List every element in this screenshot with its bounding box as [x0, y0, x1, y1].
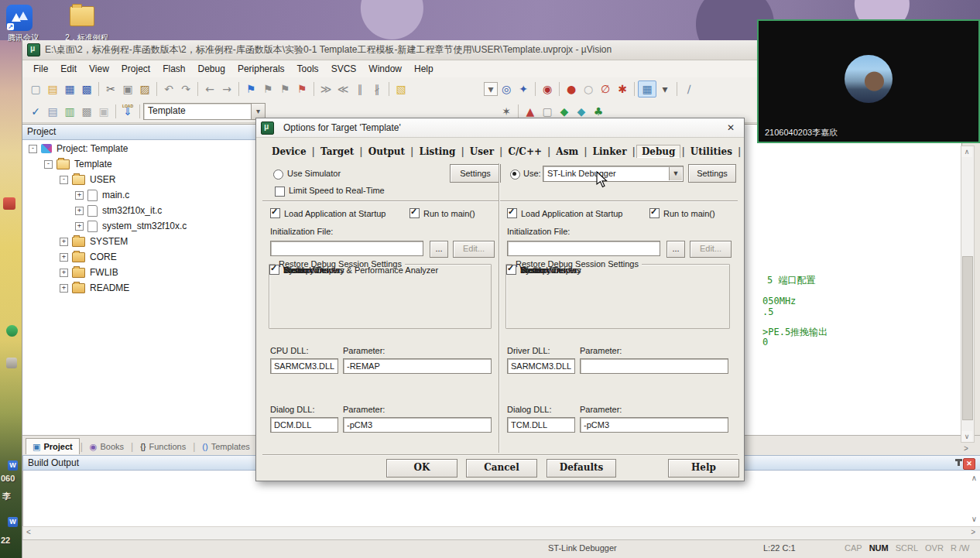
scroll-up-icon[interactable]: ∧ — [961, 146, 972, 157]
parameter-input[interactable] — [580, 358, 728, 374]
collapse-icon[interactable]: - — [60, 176, 68, 184]
dll-input[interactable] — [270, 358, 338, 374]
menu-debug[interactable]: Debug — [192, 62, 231, 76]
tab-books[interactable]: ◉Books — [84, 439, 130, 454]
menu-project[interactable]: Project — [115, 62, 156, 76]
expand-icon[interactable]: + — [75, 191, 84, 200]
dialog-tab-utilities[interactable]: Utilities — [686, 145, 737, 158]
flash-download-icon[interactable]: LOAD⇓ — [119, 104, 136, 119]
outdent-icon[interactable]: ≪ — [334, 81, 351, 97]
close-icon[interactable]: ✕ — [963, 458, 975, 470]
dialog-tab-cc[interactable]: C/C++ — [503, 145, 547, 158]
hscroll-left-icon[interactable]: < — [26, 528, 31, 536]
find-in-files-icon[interactable]: ◎ — [498, 81, 515, 97]
menu-view[interactable]: View — [83, 62, 115, 76]
find-icon[interactable]: ◉ — [539, 81, 556, 97]
tree-item-core[interactable]: +CORE — [22, 249, 258, 265]
menu-tools[interactable]: Tools — [291, 62, 325, 76]
build-icon[interactable]: ▤ — [44, 104, 61, 119]
dll-input[interactable] — [507, 358, 575, 374]
word-doc-icon[interactable]: W — [8, 460, 18, 471]
menu-flash[interactable]: Flash — [156, 62, 191, 76]
dll-input[interactable] — [270, 417, 338, 433]
dialog-tab-debug[interactable]: Debug — [636, 145, 681, 158]
bookmark-toggle-icon[interactable]: ⚑ — [242, 81, 259, 97]
checkbox-checked-icon[interactable] — [270, 208, 280, 218]
dialog-tab-asm[interactable]: Asm — [551, 145, 583, 158]
comment-icon[interactable]: ∥ — [351, 81, 368, 97]
tab-project[interactable]: ▣Project — [26, 438, 80, 454]
tree-item-template[interactable]: -Template — [22, 156, 258, 172]
dialog-tab-output[interactable]: Output — [364, 145, 409, 158]
run-to-main-checkbox[interactable]: Run to main() — [409, 208, 475, 218]
batch-build-icon[interactable]: ▩ — [78, 104, 95, 119]
load-application-checkbox[interactable]: Load Application at Startup — [507, 208, 622, 218]
menu-svcs[interactable]: SVCS — [325, 62, 363, 76]
indent-icon[interactable]: ≫ — [317, 81, 334, 97]
layout-caret-icon[interactable]: ▾ — [656, 81, 673, 97]
dialog-titlebar[interactable]: Options for Target 'Template' — [256, 118, 744, 138]
use-simulator-radio[interactable] — [273, 169, 283, 180]
tree-item-readme[interactable]: +README — [22, 280, 258, 296]
debugger-select[interactable]: ST-Link Debugger ▼ — [543, 166, 684, 182]
tree-item-user[interactable]: -USER — [22, 172, 258, 187]
breakpoints-disable-all-icon[interactable]: ∅ — [597, 81, 614, 97]
pin-icon[interactable] — [958, 459, 960, 466]
dropdown-caret-icon[interactable]: ▾ — [484, 82, 498, 96]
pack-installer-icon[interactable]: ◆ — [556, 104, 573, 119]
dialog-tab-device[interactable]: Device — [267, 145, 311, 158]
redo-icon[interactable]: ↷ — [177, 81, 194, 97]
expand-icon[interactable]: + — [60, 253, 68, 262]
dll-input[interactable] — [507, 417, 575, 433]
defaults-button[interactable]: Defaults — [547, 459, 616, 478]
limit-speed-checkbox[interactable] — [275, 187, 285, 197]
bookmark-prev-icon[interactable]: ⚑ — [276, 81, 293, 97]
desktop-folder-icon[interactable] — [70, 6, 94, 26]
dialog-tab-linker[interactable]: Linker — [588, 145, 632, 158]
stop-build-icon[interactable]: ▣ — [95, 104, 112, 119]
restore-check-system-viewer[interactable]: System Viewer — [269, 265, 340, 275]
translate-icon[interactable]: ✓ — [27, 104, 44, 119]
tab-templates[interactable]: ()Templates — [196, 439, 255, 454]
expand-icon[interactable]: + — [75, 222, 84, 231]
dialog-tab-user[interactable]: User — [465, 145, 499, 158]
window-layout-icon[interactable]: ▦ — [638, 80, 656, 98]
copy-icon[interactable]: ▣ — [119, 81, 136, 97]
debugger-settings-button[interactable]: Settings — [688, 164, 736, 183]
nav-forward-icon[interactable]: → — [218, 81, 235, 97]
checkbox-checked-icon[interactable] — [649, 208, 660, 218]
breakpoint-icon[interactable]: ● — [563, 81, 580, 97]
nav-back-icon[interactable]: ← — [201, 81, 218, 97]
tree-item-system[interactable]: +SYSTEM — [22, 234, 258, 249]
init-file-input[interactable] — [270, 241, 423, 256]
hscroll-right-icon[interactable]: > — [971, 528, 975, 536]
expand-icon[interactable]: + — [60, 238, 68, 246]
scroll-up-icon[interactable]: ∧ — [971, 474, 977, 482]
paste-icon[interactable]: ▨ — [136, 81, 153, 97]
dialog-tab-target[interactable]: Target — [316, 145, 358, 158]
load-application-checkbox[interactable]: Load Application at Startup — [270, 208, 385, 218]
restore-check-system-viewer[interactable]: System Viewer — [506, 265, 577, 275]
collapse-icon[interactable]: - — [44, 160, 53, 169]
desktop-shortcut-icon[interactable] — [3, 197, 15, 210]
options-for-target-icon[interactable]: ✶ — [498, 104, 515, 119]
expand-icon[interactable]: + — [60, 284, 68, 293]
tree-item-system-stm32f10x-c[interactable]: +system_stm32f10x.c — [22, 218, 258, 234]
select-device-icon[interactable]: ◆ — [573, 104, 590, 119]
breakpoints-kill-all-icon[interactable]: ✱ — [614, 81, 631, 97]
target-select[interactable]: Template — [143, 103, 252, 120]
cut-icon[interactable]: ✂ — [102, 81, 119, 97]
collapse-icon[interactable]: - — [29, 145, 37, 153]
checkbox-checked-icon[interactable] — [269, 265, 279, 275]
help-button[interactable]: Help — [668, 459, 739, 478]
tree-item-project-template[interactable]: -Project: Template — [22, 141, 258, 156]
simulator-settings-button[interactable]: Settings — [450, 164, 501, 183]
checkbox-checked-icon[interactable] — [506, 265, 516, 275]
file-extensions-icon[interactable]: ▢ — [539, 104, 556, 119]
menu-edit[interactable]: Edit — [54, 62, 83, 76]
new-file-icon[interactable]: ▢ — [27, 81, 44, 97]
tencent-meeting-icon[interactable]: ↗ — [6, 5, 33, 31]
close-icon[interactable]: ✕ — [724, 122, 738, 135]
save-icon[interactable]: ▦ — [61, 81, 78, 97]
desktop-shortcut-icon[interactable] — [6, 325, 18, 337]
